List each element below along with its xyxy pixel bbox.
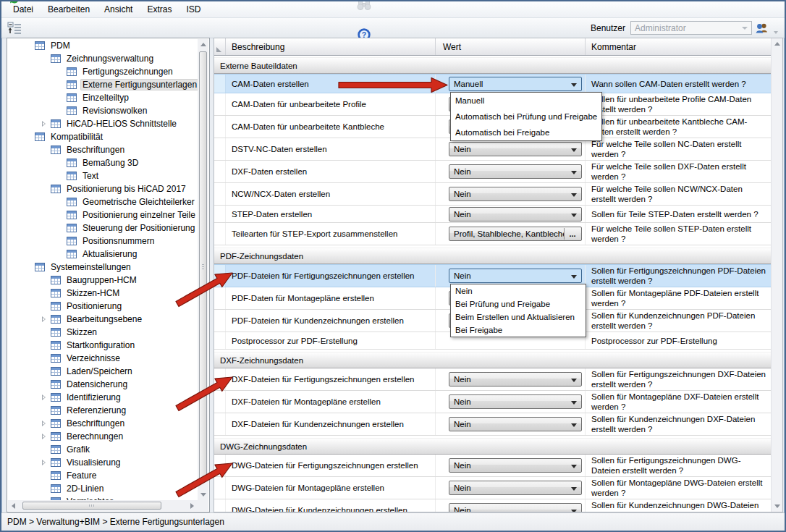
tree-collapse-icon[interactable] [25, 263, 32, 271]
dropdown-option[interactable]: Automatisch bei Prüfung und Freigabe [451, 109, 601, 124]
settings-row[interactable]: DWG-Dateien für Montagepläne erstellenNe… [214, 477, 772, 499]
tree-item[interactable]: Feature [8, 469, 198, 482]
tree-item[interactable]: Systemeinstellungen [8, 261, 198, 274]
tree-expand-icon[interactable] [41, 433, 48, 440]
settings-row[interactable]: DXF-Dateien für Fertigungszeichnungen er… [214, 368, 772, 391]
scroll-up-button[interactable] [198, 39, 208, 50]
settings-row[interactable]: CAM-Daten erstellenManuellWann sollen CA… [214, 74, 772, 93]
value-dropdown[interactable]: Nein [449, 394, 582, 409]
tree-collapse-icon[interactable] [25, 42, 32, 49]
tree-item[interactable]: Bearbeitungsebene [8, 313, 198, 326]
menu-item-isd[interactable]: ISD [179, 2, 208, 17]
tree-item[interactable]: HiCAD-HELiOS Schnittstelle [8, 117, 198, 130]
scroll-down-button[interactable] [198, 489, 208, 500]
scrollbar-thumb[interactable] [199, 51, 207, 482]
tree-item[interactable]: Revisionswolken [8, 104, 198, 117]
tree-horizontal-scrollbar[interactable] [8, 500, 198, 511]
refresh-icon[interactable] [5, 0, 24, 7]
tree-item[interactable]: Kompatibilität [8, 130, 198, 143]
scroll-left-button[interactable] [8, 500, 19, 511]
settings-row[interactable]: DSTV-NC-Daten erstellenNeinFür welche Te… [214, 138, 772, 161]
ellipsis-button[interactable]: ... [564, 228, 580, 240]
tree-collapse-icon[interactable] [41, 185, 48, 193]
tree-item[interactable]: Zeichnungsverwaltung [8, 52, 198, 65]
tree-item[interactable]: 2D-Linien [8, 482, 198, 495]
settings-row[interactable]: DWG-Dateien für Kundenzeichnungen erstel… [214, 499, 772, 512]
tree-item[interactable]: Einzelteiltyp [8, 91, 198, 104]
tree-item[interactable]: Steuerung der Positionierung [8, 221, 198, 235]
dropdown-option[interactable]: Bei Prüfung und Freigabe [451, 297, 586, 311]
value-dropdown[interactable]: Nein [449, 269, 582, 283]
tree-item[interactable]: Referenzierung [8, 404, 198, 417]
value-dropdown[interactable]: Nein [449, 458, 582, 473]
tree-collapse-icon[interactable] [25, 133, 32, 140]
settings-row[interactable]: Teilearten für STEP-Export zusammenstell… [214, 223, 772, 245]
tree-item[interactable]: Positionsnummern [8, 235, 198, 248]
tree-item[interactable]: Visualisierung [8, 456, 198, 469]
tree-item[interactable]: Beschriftungen [8, 143, 198, 156]
menu-item-bearbeiten[interactable]: Bearbeiten [41, 2, 97, 17]
tree-item[interactable]: Vermischtes [8, 495, 198, 500]
tree-item[interactable]: Laden/Speichern [8, 365, 198, 378]
tree-collapse-icon[interactable] [41, 146, 48, 153]
settings-row[interactable]: DXF-Daten erstellenNeinFür welche Teile … [214, 161, 772, 183]
tree-item[interactable]: Bemaßung 3D [8, 156, 198, 169]
tree-item[interactable]: Identifizierung [8, 391, 198, 404]
tree-expand-icon[interactable] [41, 316, 48, 323]
tree-item[interactable]: Skizzen [8, 326, 198, 339]
tree-item[interactable]: Fertigungszeichnungen [8, 65, 198, 78]
tree-item[interactable]: Positionierung einzelner Teile [8, 208, 198, 221]
grid-vertical-scrollbar[interactable] [771, 38, 782, 512]
tree-item[interactable]: Aktualisierung [8, 248, 198, 261]
tree-item[interactable]: Grafik [8, 443, 198, 456]
value-dropdown[interactable]: Nein [449, 417, 582, 431]
tree-expand-icon[interactable] [41, 459, 48, 466]
tree-item[interactable]: Positionierung bis HiCAD 2017 [8, 182, 198, 195]
value-dropdown[interactable]: Nein [449, 503, 582, 512]
scrollbar-thumb[interactable] [22, 502, 161, 510]
tree-item[interactable]: PDM [8, 39, 198, 52]
value-dropdown[interactable]: Nein [449, 372, 582, 387]
users-icon[interactable] [752, 20, 771, 36]
value-dropdown[interactable]: Nein [449, 207, 582, 221]
tree-expand-icon[interactable] [41, 420, 48, 427]
value-picker-field[interactable]: Profil, Stahlbleche, Kantbleche,... [449, 227, 582, 241]
tree-item[interactable]: Externe Fertigungsunterlagen [8, 78, 198, 91]
value-dropdown[interactable]: Nein [449, 481, 582, 495]
settings-row[interactable]: DXF-Dateien für Montagepläne erstellenNe… [214, 391, 772, 413]
dropdown-option[interactable]: Manuell [451, 93, 601, 109]
dropdown-option[interactable]: Nein [451, 284, 586, 297]
tree-item[interactable]: Beschriftungen [8, 417, 198, 430]
tree-item[interactable]: Geometrische Gleichteilerker [8, 195, 198, 208]
collapse-items-icon[interactable] [5, 20, 24, 36]
settings-row[interactable]: NCW/NCX-Daten erstellenNeinFür welche Te… [214, 183, 772, 206]
settings-row[interactable]: STEP-Daten erstellenNeinSollen für Teile… [214, 206, 772, 223]
dropdown-option[interactable]: Beim Erstellen und Aktualisieren [451, 311, 586, 324]
tree-item[interactable]: Berechnungen [8, 430, 198, 443]
toolbar-overflow-button[interactable] [771, 20, 781, 36]
value-dropdown[interactable]: Nein [449, 164, 582, 179]
tree-expand-icon[interactable] [41, 394, 48, 401]
tree-item[interactable]: Baugruppen-HCM [8, 274, 198, 287]
settings-row[interactable]: DWG-Dateien für Fertigungszeichnungen er… [214, 455, 772, 477]
tree-item[interactable]: Text [8, 169, 198, 182]
menu-item-extras[interactable]: Extras [140, 2, 179, 17]
tree-item[interactable]: Positionierung [8, 300, 198, 313]
tree-item[interactable]: Verzeichnisse [8, 352, 198, 365]
value-dropdown[interactable]: Manuell [449, 77, 582, 91]
dropdown-option[interactable]: Automatisch bei Freigabe [451, 124, 601, 140]
tree-item[interactable]: Skizzen-HCM [8, 287, 198, 300]
settings-row[interactable]: DXF-Dateien für Kundenzeichnungen erstel… [214, 413, 772, 436]
dropdown-option[interactable]: Bei Freigabe [451, 324, 586, 337]
menu-item-ansicht[interactable]: Ansicht [97, 2, 140, 17]
scroll-up-button[interactable] [772, 38, 782, 49]
value-dropdown[interactable]: Nein [449, 187, 582, 201]
user-select[interactable]: Administrator [630, 21, 752, 35]
tree-expand-icon[interactable] [41, 120, 48, 127]
tree-collapse-icon[interactable] [41, 55, 48, 62]
tree-vertical-scrollbar[interactable] [198, 39, 208, 500]
scroll-down-button[interactable] [772, 501, 782, 512]
tree-item[interactable]: Datensicherung [8, 378, 198, 391]
tree-item[interactable]: Startkonfiguration [8, 339, 198, 352]
value-dropdown[interactable]: Nein [449, 142, 582, 156]
